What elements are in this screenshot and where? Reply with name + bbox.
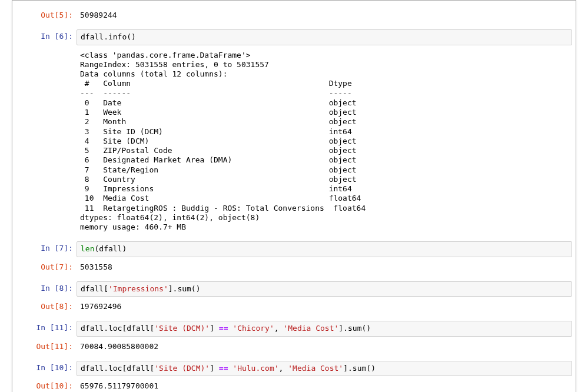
- cell-in-7[interactable]: In [7]: len(dfall) Out[7]: 5031558: [16, 238, 572, 277]
- code-token: loc: [108, 364, 122, 373]
- output-8: 197692496: [77, 300, 572, 314]
- out-prompt-10: Out[10]:: [20, 379, 77, 392]
- code-token: sum: [353, 364, 366, 373]
- code-token: dfall: [81, 364, 104, 373]
- code-token: loc: [108, 324, 122, 333]
- code-token: (): [127, 32, 136, 41]
- code-token: 'Media Cost': [288, 364, 343, 373]
- code-token: (): [366, 364, 376, 373]
- code-token: sum: [348, 324, 361, 333]
- out-prompt-8: Out[8]:: [20, 300, 77, 314]
- code-token: sum: [177, 284, 191, 293]
- code-token: ]: [210, 324, 214, 333]
- code-token: ==: [219, 364, 228, 373]
- code-token: dfall: [81, 324, 104, 333]
- code-token: dfall: [99, 244, 122, 253]
- code-token: info: [108, 32, 127, 41]
- code-token: dfall: [127, 364, 150, 373]
- code-token: .: [104, 324, 108, 333]
- code-input-10[interactable]: dfall.loc[dfall['Site (DCM)'] == 'Hulu.c…: [77, 361, 572, 376]
- out-prompt-5: Out[5]:: [20, 8, 77, 22]
- code-token: (): [191, 284, 201, 293]
- code-token: ]: [168, 284, 173, 293]
- code-token: .: [104, 364, 108, 373]
- code-token: ==: [219, 324, 228, 333]
- out-prompt-7: Out[7]:: [20, 260, 77, 274]
- code-token: 'Hulu.com': [232, 364, 278, 373]
- cell-in-10[interactable]: In [10]: dfall.loc[dfall['Site (DCM)'] =…: [16, 358, 572, 392]
- cell-out-5: Out[5]: 50989244: [16, 5, 572, 25]
- in-prompt-10: In [10]:: [20, 361, 77, 375]
- in-prompt-8: In [8]:: [20, 281, 77, 295]
- code-token: 'Site (DCM)': [154, 324, 210, 333]
- code-token: ]: [210, 364, 214, 373]
- code-token: ,: [274, 324, 279, 333]
- in-prompt-6: In [6]:: [20, 29, 77, 44]
- cell-in-11[interactable]: In [11]: dfall.loc[dfall['Site (DCM)'] =…: [16, 318, 572, 357]
- code-input-7[interactable]: len(dfall): [77, 241, 572, 257]
- code-token: dfall: [127, 324, 150, 333]
- code-input-8[interactable]: dfall['Impressions'].sum(): [77, 281, 572, 297]
- notebook-container: Out[5]: 50989244 In [6]: dfall.info() <c…: [12, 0, 576, 392]
- code-input-6[interactable]: dfall.info(): [77, 29, 572, 45]
- code-token: (): [361, 324, 371, 333]
- code-input-11[interactable]: dfall.loc[dfall['Site (DCM)'] == 'Chicor…: [77, 321, 572, 336]
- code-token: 'Chicory': [232, 324, 274, 333]
- code-token: ): [122, 244, 127, 253]
- code-token: 'Site (DCM)': [154, 364, 210, 373]
- code-token: [214, 364, 219, 373]
- output-text: <class 'pandas.core.frame.DataFrame'> Ra…: [80, 51, 569, 232]
- code-token: 'Impressions': [108, 284, 168, 293]
- code-token: len: [81, 244, 94, 253]
- code-token: .: [104, 32, 108, 41]
- in-prompt-11: In [11]:: [20, 321, 77, 335]
- cell-in-8[interactable]: In [8]: dfall['Impressions'].sum() Out[8…: [16, 278, 572, 317]
- code-token: [: [104, 284, 108, 293]
- code-token: ]: [338, 324, 343, 333]
- in-prompt-7: In [7]:: [20, 241, 77, 255]
- code-token: .: [348, 364, 353, 373]
- code-token: ]: [343, 364, 348, 373]
- output-5: 50989244: [77, 8, 572, 22]
- out-prompt-11: Out[11]:: [20, 340, 77, 354]
- code-token: dfall: [81, 32, 104, 41]
- cell-in-6[interactable]: In [6]: dfall.info() <class 'pandas.core…: [16, 26, 572, 237]
- code-token: .: [343, 324, 348, 333]
- output-11: 70084.90085800002: [77, 340, 572, 354]
- output-7: 5031558: [77, 260, 572, 274]
- empty-prompt: [20, 48, 77, 53]
- code-token: [214, 324, 219, 333]
- code-token: dfall: [81, 284, 104, 293]
- output-10: 65976.51179700001: [77, 379, 572, 392]
- code-token: 'Media Cost': [283, 324, 338, 333]
- output-6: <class 'pandas.core.frame.DataFrame'> Ra…: [77, 48, 572, 235]
